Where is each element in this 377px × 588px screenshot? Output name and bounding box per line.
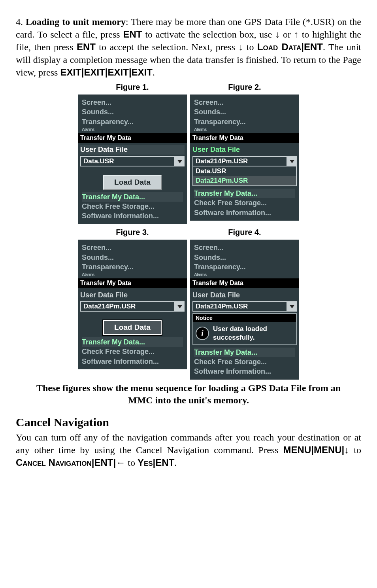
menu-item-transfer-my-data[interactable]: Transfer My Data... — [194, 348, 295, 357]
menu-item-check-free-storage[interactable]: Check Free Storage... — [82, 347, 183, 356]
user-data-file-select[interactable]: Data214Pm.USR — [192, 301, 297, 312]
key-exit: EXIT — [60, 67, 81, 78]
arrow-down-icon: ↓ — [344, 444, 349, 455]
menu-bottom: Transfer My Data... Check Free Storage..… — [78, 192, 187, 223]
dialog-title-bar: Transfer My Data — [78, 278, 187, 288]
menu-item-software-information[interactable]: Software Information... — [194, 367, 295, 376]
step-number: 4. — [16, 17, 26, 27]
user-data-file-select[interactable]: Data214Pm.USR — [192, 156, 297, 166]
menu-item-sounds[interactable]: Sounds... — [82, 107, 183, 117]
menu-item-software-information[interactable]: Software Information... — [82, 211, 183, 221]
menu-item-transparency[interactable]: Transparency... — [194, 117, 295, 127]
key-exit: EXIT — [108, 67, 129, 78]
figure-1-panel: Screen... Sounds... Transparency... Alar… — [78, 95, 187, 224]
menu-item-screen[interactable]: Screen... — [194, 98, 295, 107]
notice-title: Notice — [193, 314, 296, 322]
arrow-down-icon: ↓ — [275, 29, 280, 40]
figure-2: Figure 2. Screen... Sounds... Transparen… — [190, 82, 299, 224]
menu-item-transfer-my-data[interactable]: Transfer My Data... — [82, 192, 183, 202]
menu-item-screen[interactable]: Screen... — [194, 243, 295, 252]
svg-marker-0 — [177, 160, 182, 163]
menu-item-transparency[interactable]: Transparency... — [82, 117, 183, 127]
menu-item-sounds[interactable]: Sounds... — [194, 107, 295, 117]
svg-marker-1 — [290, 160, 294, 163]
load-data-button[interactable]: Load Data — [103, 320, 162, 335]
load-data-command: Load Data — [257, 42, 301, 52]
user-data-file-select[interactable]: Data214Pm.USR — [80, 301, 185, 312]
menu-item-transfer-my-data[interactable]: Transfer My Data... — [82, 337, 183, 347]
dropdown-list[interactable]: Data.USR Data214Pm.USR — [192, 166, 297, 186]
svg-marker-3 — [290, 305, 294, 308]
arrow-down-icon: ↓ — [238, 42, 243, 52]
menu-item-check-free-storage[interactable]: Check Free Storage... — [194, 357, 295, 367]
figure-4: Figure 4. Screen... Sounds... Transparen… — [190, 227, 299, 379]
chevron-down-icon[interactable] — [287, 156, 297, 166]
key-menu: MENU — [314, 444, 342, 455]
arrow-left-icon: ← — [116, 457, 125, 468]
figures-caption: These figures show the menu sequence for… — [26, 382, 351, 406]
user-data-file-label: User Data File — [80, 145, 185, 154]
user-data-file-label: User Data File — [80, 291, 185, 300]
info-icon: i — [196, 327, 209, 340]
menu-item-screen[interactable]: Screen... — [82, 243, 183, 252]
chevron-down-icon[interactable] — [287, 301, 297, 312]
chevron-down-icon[interactable] — [175, 156, 185, 166]
notice-message: User data loaded successfully. — [213, 325, 267, 342]
dialog-title-bar: Transfer My Data — [190, 133, 299, 143]
yes-command: Yes — [138, 457, 153, 468]
menu-item-screen[interactable]: Screen... — [82, 98, 183, 107]
menu-top: Screen... Sounds... Transparency... Alar… — [78, 95, 187, 132]
figure-2-panel: Screen... Sounds... Transparency... Alar… — [190, 95, 299, 221]
key-ent: ENT — [123, 29, 142, 40]
key-exit: EXIT — [132, 67, 153, 78]
key-ent: ENT — [94, 457, 113, 468]
menu-item-software-information[interactable]: Software Information... — [194, 208, 295, 217]
menu-item-alarms-cutoff: Alarms — [194, 127, 295, 132]
key-ent: ENT — [304, 42, 323, 52]
section-heading-cancel-navigation: Cancel Navigation — [16, 414, 361, 430]
menu-item-software-information[interactable]: Software Information... — [82, 357, 183, 366]
user-data-file-select[interactable]: Data.USR — [80, 156, 185, 166]
dialog-title-bar: Transfer My Data — [78, 133, 187, 143]
key-exit: EXIT — [84, 67, 105, 78]
select-value: Data.USR — [80, 156, 175, 166]
menu-item-transparency[interactable]: Transparency... — [194, 262, 295, 272]
step-4-paragraph: 4. Loading to unit memory: There may be … — [16, 16, 361, 79]
select-value: Data214Pm.USR — [80, 301, 175, 312]
chevron-down-icon[interactable] — [175, 301, 185, 312]
select-value: Data214Pm.USR — [192, 156, 287, 166]
key-ent: ENT — [77, 42, 96, 52]
user-data-file-label: User Data File — [192, 145, 297, 154]
step-title: Loading to unit memory — [26, 17, 126, 27]
load-data-button[interactable]: Load Data — [103, 175, 162, 190]
menu-item-check-free-storage[interactable]: Check Free Storage... — [194, 198, 295, 208]
cancel-navigation-command: Cancel Navigation — [16, 457, 92, 468]
figure-3: Figure 3. Screen... Sounds... Transparen… — [78, 227, 187, 379]
notice-dialog: Notice i User data loaded successfully. — [192, 313, 297, 345]
figures-row-2: Figure 3. Screen... Sounds... Transparen… — [16, 227, 361, 379]
figure-1-label: Figure 1. — [116, 82, 149, 92]
figure-4-label: Figure 4. — [228, 227, 261, 237]
menu-item-alarms-cutoff: Alarms — [82, 127, 183, 132]
cancel-navigation-paragraph: You can turn off any of the navigation c… — [16, 431, 361, 469]
arrow-up-icon: ↑ — [294, 29, 299, 40]
figure-4-panel: Screen... Sounds... Transparency... Alar… — [190, 240, 299, 379]
menu-item-check-free-storage[interactable]: Check Free Storage... — [82, 202, 183, 211]
dropdown-option-selected[interactable]: Data214Pm.USR — [193, 176, 296, 185]
menu-item-sounds[interactable]: Sounds... — [82, 253, 183, 262]
key-menu: MENU — [283, 444, 311, 455]
svg-marker-2 — [177, 305, 182, 308]
menu-item-transfer-my-data[interactable]: Transfer My Data... — [194, 189, 295, 198]
menu-item-transparency[interactable]: Transparency... — [82, 262, 183, 272]
figure-3-panel: Screen... Sounds... Transparency... Alar… — [78, 240, 187, 369]
menu-item-sounds[interactable]: Sounds... — [194, 253, 295, 262]
figures-row-1: Figure 1. Screen... Sounds... Transparen… — [16, 82, 361, 224]
figure-3-label: Figure 3. — [116, 227, 149, 237]
user-data-file-label: User Data File — [192, 291, 297, 300]
dropdown-option[interactable]: Data.USR — [193, 166, 296, 176]
select-value: Data214Pm.USR — [192, 301, 287, 312]
dialog-title-bar: Transfer My Data — [190, 278, 299, 288]
figure-2-label: Figure 2. — [228, 82, 261, 92]
key-ent: ENT — [155, 457, 174, 468]
figure-1: Figure 1. Screen... Sounds... Transparen… — [78, 82, 187, 224]
